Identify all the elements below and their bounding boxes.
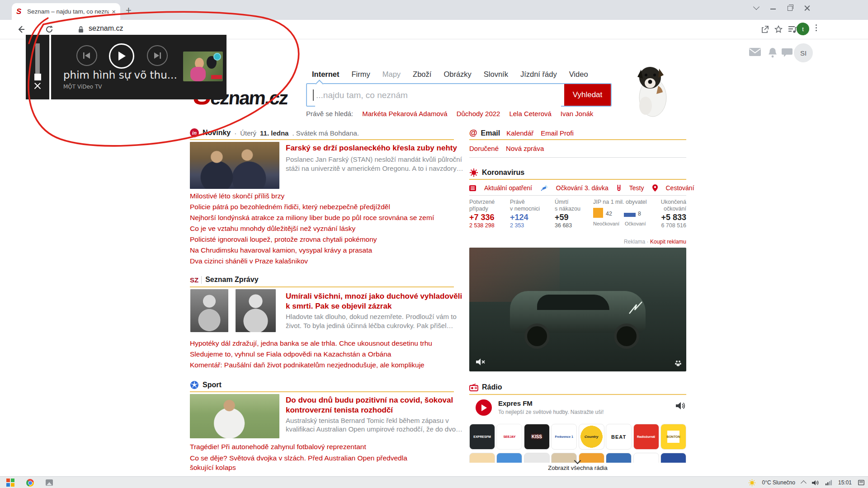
window-close-button[interactable] <box>804 5 811 11</box>
buy-ad-link[interactable]: Koupit reklamu <box>650 239 686 245</box>
news-link[interactable]: Policie pátrá po bezohledném řidiči, kte… <box>190 202 461 212</box>
tab-jizdni-rady[interactable]: Jízdní řády <box>520 70 557 79</box>
news-link[interactable]: Milostivé léto skončí příliš brzy <box>190 191 461 202</box>
radio-tile-partial[interactable] <box>606 453 632 463</box>
new-tab-button[interactable]: + <box>126 5 132 16</box>
radio-tile-partial[interactable] <box>524 453 550 463</box>
share-icon[interactable] <box>760 25 769 34</box>
radio-tile-partial[interactable] <box>551 453 577 463</box>
radio-tile[interactable]: Country <box>579 424 604 450</box>
volume-slider-thumb[interactable] <box>34 74 41 80</box>
radio-station-name[interactable]: Expres FM <box>498 399 533 407</box>
news-link[interactable]: Policisté ignorovali loupež, protože zro… <box>190 234 461 245</box>
zpravy-title[interactable]: Seznam Zprávy <box>205 276 258 284</box>
trending-link[interactable]: Lela Ceterová <box>509 110 551 117</box>
window-restore-button[interactable] <box>788 6 793 11</box>
news-link[interactable]: Tragédie! Při autonehodě zahynul fotbalo… <box>190 442 416 451</box>
news-link[interactable]: Sledujeme to, vyhnul se Fiala odpovědi n… <box>190 349 461 360</box>
search-input[interactable] <box>315 84 561 107</box>
inbox-link[interactable]: Doručené <box>469 145 499 152</box>
ad-provider-icon[interactable] <box>675 360 682 367</box>
radio-tile[interactable]: KISS <box>524 424 550 450</box>
photos-taskbar-icon[interactable] <box>46 479 53 486</box>
novinky-article-image[interactable] <box>190 142 279 189</box>
zpravy-headline[interactable]: Umírali všichni, mnozí jako duchové vyhl… <box>286 292 462 301</box>
car-ad-banner[interactable] <box>469 248 686 371</box>
ad-mute-icon[interactable] <box>476 358 486 366</box>
play-button[interactable] <box>109 43 134 69</box>
radio-tile-partial[interactable] <box>469 453 495 463</box>
trending-link[interactable]: Důchody 2022 <box>457 110 500 117</box>
radio-tile[interactable]: SEEJAY <box>496 424 522 450</box>
novinky-title[interactable]: Novinky <box>203 129 231 137</box>
tab-zbozi[interactable]: Zboží <box>413 70 431 79</box>
korona-link[interactable]: Cestování <box>666 184 694 192</box>
volume-slider[interactable] <box>35 43 40 75</box>
news-link[interactable]: Nejhorší londýnská atrakce za miliony li… <box>190 212 461 223</box>
show-all-radios-link[interactable]: Zobrazit všechna rádia <box>469 465 686 471</box>
chat-bubble-icon[interactable] <box>781 47 793 58</box>
tab-mapy[interactable]: Mapy <box>382 70 401 79</box>
tab-close-icon[interactable]: × <box>112 8 116 15</box>
tab-firmy[interactable]: Firmy <box>352 70 370 79</box>
radio-tile[interactable]: Radiožurnál <box>633 424 659 450</box>
window-minimize-button[interactable] <box>770 9 776 9</box>
radio-tile-partial[interactable] <box>660 453 686 463</box>
clock-text[interactable]: 15:01 <box>838 479 852 486</box>
email-title[interactable]: Email <box>481 129 500 137</box>
previous-track-button[interactable] <box>76 45 97 66</box>
novinky-headline[interactable]: Farský se drží poslaneckého křesla zuby … <box>286 144 457 153</box>
url-text[interactable]: seznam.cz <box>89 24 123 33</box>
weather-sun-icon[interactable] <box>749 479 755 486</box>
browser-profile-avatar[interactable]: t <box>797 23 809 35</box>
tab-slovnik[interactable]: Slovník <box>484 70 508 79</box>
korona-link[interactable]: Očkování 3. dávka <box>556 184 609 192</box>
zpravy-article-image[interactable] <box>190 289 228 332</box>
mail-icon[interactable] <box>749 47 761 57</box>
search-button[interactable]: Vyhledat <box>564 84 611 106</box>
tray-network-icon[interactable] <box>826 480 832 485</box>
new-message-link[interactable]: Nová zpráva <box>506 145 544 152</box>
news-link[interactable]: Co se děje? Světová dvojka v slzách. Pře… <box>190 453 416 472</box>
radio-play-button[interactable] <box>476 399 492 416</box>
tab-video[interactable]: Video <box>569 70 588 79</box>
browser-menu-icon[interactable] <box>816 23 817 33</box>
browser-tab[interactable]: S Seznam – najdu tam, co neznám × <box>12 3 120 20</box>
zpravy-headline[interactable]: k smrti. Pak se objevil zázrak <box>286 302 392 311</box>
radio-tile-partial[interactable] <box>496 453 522 463</box>
padlock-icon[interactable] <box>78 26 84 33</box>
sport-title[interactable]: Sport <box>203 381 222 389</box>
sport-headline[interactable]: kontroverzní tenista rozhodčí <box>286 406 393 415</box>
news-link[interactable]: Na Chrudimsku havaroval kamion, vysypal … <box>190 245 461 256</box>
notifications-bell-icon[interactable] <box>768 47 778 58</box>
kalendar-link[interactable]: Kalendář <box>506 129 533 137</box>
news-link[interactable]: Hypotéky dál zdražují, jedna banka se al… <box>190 338 461 349</box>
trending-link[interactable]: Ivan Jonák <box>561 110 594 117</box>
news-link[interactable]: Co je ve vztahu mnohdy důležitější než v… <box>190 223 461 234</box>
next-track-button[interactable] <box>147 45 168 66</box>
tray-volume-icon[interactable] <box>812 480 819 486</box>
media-thumbnail[interactable] <box>183 52 223 81</box>
radio-tile[interactable]: EXPRESFM <box>469 424 495 450</box>
korona-link[interactable]: Aktuální opatření <box>484 184 532 192</box>
email-profi-link[interactable]: Email Profi <box>541 129 574 137</box>
news-link[interactable]: Komentář: Paušální daň život podnikatelů… <box>190 360 461 371</box>
korona-link[interactable]: Testy <box>629 184 644 192</box>
trending-link[interactable]: Markéta Pekarová Adamová <box>362 110 447 117</box>
sport-headline[interactable]: Do dvou dnů budu pozitivní na covid, šok… <box>286 396 453 405</box>
tray-expand-icon[interactable] <box>801 480 807 486</box>
player-close-icon[interactable] <box>33 82 42 90</box>
tab-internet[interactable]: Internet <box>312 70 340 79</box>
chrome-taskbar-icon[interactable] <box>26 479 34 487</box>
news-link[interactable]: Dva cizinci sháněli v Praze kalašnikov <box>190 256 461 267</box>
weather-text[interactable]: 0°C Slunečno <box>762 479 795 486</box>
korona-title[interactable]: Koronavirus <box>482 169 524 177</box>
seznam-profile-avatar[interactable]: SI <box>794 43 813 62</box>
radio-title[interactable]: Rádio <box>482 383 502 391</box>
radio-tile-partial[interactable] <box>579 453 604 463</box>
reload-button[interactable] <box>44 24 54 34</box>
radio-tile[interactable]: BONTON <box>660 424 686 450</box>
radio-tile-partial[interactable] <box>633 453 659 463</box>
start-button[interactable] <box>6 479 14 487</box>
zpravy-article-image[interactable] <box>236 289 276 332</box>
